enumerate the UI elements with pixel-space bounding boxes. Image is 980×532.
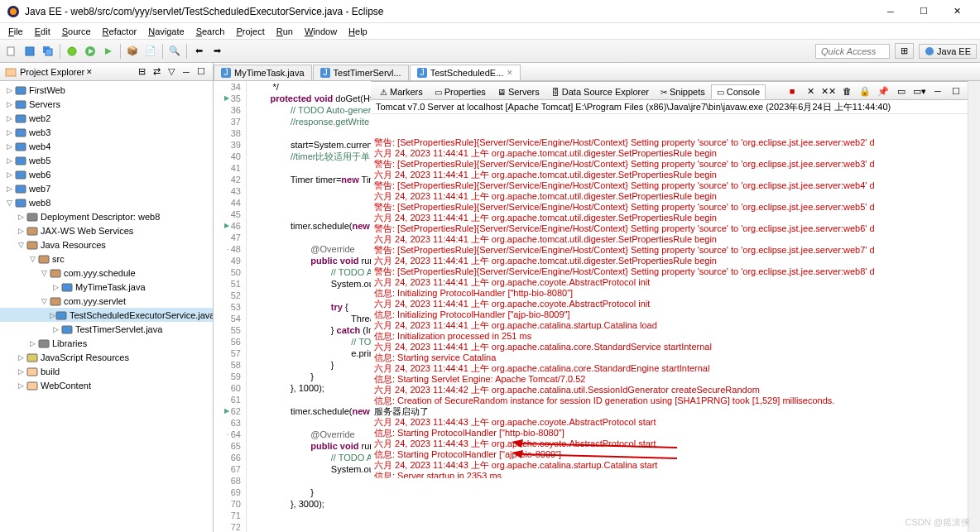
tree-node[interactable]: ▽src	[0, 252, 213, 266]
scroll-lock-button[interactable]: 🔒	[857, 83, 873, 99]
tree-node[interactable]: ▷web2	[0, 111, 213, 125]
link-editor-button[interactable]: ⇄	[150, 65, 163, 79]
run-last-button[interactable]	[100, 43, 117, 60]
svg-rect-18	[16, 171, 26, 179]
tree-label: build	[41, 367, 60, 376]
project-tree[interactable]: ▷FirstWeb▷Servers▷web2▷web3▷web4▷web5▷we…	[0, 81, 213, 532]
minimize-view-button[interactable]: ─	[180, 65, 193, 79]
collapse-all-button[interactable]: ⊟	[135, 65, 148, 79]
svg-rect-22	[27, 228, 37, 235]
menu-window[interactable]: Window	[300, 25, 342, 38]
bottom-tab-snippets[interactable]: ✂Snippets	[655, 84, 711, 99]
tree-node[interactable]: ▷Deployment Descriptor: web8	[0, 209, 213, 223]
svg-rect-27	[50, 298, 60, 305]
titlebar: Java EE - web8/src/com/yyy/servlet/TestS…	[0, 0, 980, 23]
pin-console-button[interactable]: 📌	[875, 83, 891, 99]
tree-node[interactable]: ▷TestScheduledExecutorService.java	[0, 308, 213, 322]
quick-access-input[interactable]	[815, 44, 890, 59]
tree-label: com.yyy.servlet	[64, 296, 126, 306]
svg-rect-31	[27, 354, 37, 362]
tree-node[interactable]: ▷TestTimerServlet.java	[0, 322, 213, 336]
editor-tab[interactable]: JTestScheduledE...✕	[410, 65, 521, 80]
editor-tab[interactable]: JTestTimerServl...	[313, 65, 409, 80]
tree-node[interactable]: ▷build	[0, 364, 213, 378]
menu-navigate[interactable]: Navigate	[143, 25, 189, 38]
new-server-button[interactable]: 📦	[124, 43, 141, 60]
menu-help[interactable]: Help	[343, 25, 372, 38]
forward-button[interactable]: ➡	[209, 43, 225, 60]
line-gutter: 34▶3536373839404142434445▶4647-484950515…	[214, 81, 247, 532]
tree-label: web4	[29, 141, 50, 151]
maximize-view-button[interactable]: ☐	[195, 65, 208, 79]
open-type-button[interactable]: 📄	[142, 43, 159, 60]
console-toolbar: ■ ✕ ✕✕ 🗑 🔒 📌 ▭ ▭▾ ─ ☐	[784, 83, 968, 99]
tree-node[interactable]: ▽Java Resources	[0, 237, 213, 252]
tree-label: TestTimerServlet.java	[75, 324, 162, 334]
remove-launch-button[interactable]: ✕	[802, 83, 819, 99]
bottom-tab-servers[interactable]: 🖥Servers	[492, 84, 545, 99]
minimize-button[interactable]: ─	[874, 0, 907, 23]
menu-run[interactable]: Run	[271, 25, 298, 38]
save-all-button[interactable]	[40, 43, 56, 60]
menu-file[interactable]: File	[3, 25, 28, 38]
bottom-tabs: ⚠Markers▭Properties🖥Servers🗄Data Source …	[371, 82, 968, 100]
editor-tab[interactable]: JMyTimeTask.java	[214, 65, 312, 80]
tree-node[interactable]: ▷web6	[0, 167, 213, 181]
tree-node[interactable]: ▷web5	[0, 153, 213, 167]
tree-node[interactable]: ▽com.yyy.schedule	[0, 266, 213, 280]
new-button[interactable]	[3, 43, 20, 60]
project-explorer-view: Project Explorer ✕ ⊟ ⇄ ▽ ─ ☐ ▷FirstWeb▷S…	[0, 63, 214, 532]
svg-rect-25	[50, 270, 60, 277]
menu-edit[interactable]: Edit	[30, 25, 55, 38]
tree-node[interactable]: ▽web8	[0, 195, 213, 209]
menu-search[interactable]: Search	[191, 25, 230, 38]
max-view-button[interactable]: ☐	[948, 83, 964, 99]
menu-source[interactable]: Source	[57, 25, 96, 38]
back-button[interactable]: ⬅	[190, 43, 207, 60]
tree-node[interactable]: ▷web7	[0, 181, 213, 195]
close-button[interactable]: ✕	[940, 0, 973, 23]
tree-node[interactable]: ▽com.yyy.servlet	[0, 294, 213, 308]
tree-node[interactable]: ▷web4	[0, 139, 213, 153]
tree-label: web6	[29, 170, 50, 180]
menu-project[interactable]: Project	[232, 25, 270, 38]
search-button[interactable]: 🔍	[166, 43, 183, 60]
debug-button[interactable]	[64, 43, 80, 60]
remove-all-button[interactable]: ✕✕	[820, 83, 837, 99]
open-console-button[interactable]: ▭▾	[911, 83, 928, 99]
open-perspective-button[interactable]: ⊞	[895, 43, 914, 59]
svg-rect-13	[16, 101, 26, 108]
tree-node[interactable]: ▷MyTimeTask.java	[0, 280, 213, 294]
svg-rect-19	[16, 185, 26, 193]
svg-text:J: J	[223, 68, 228, 77]
tree-node[interactable]: ▷JAX-WS Web Services	[0, 223, 213, 237]
editor-area: JMyTimeTask.javaJTestTimerServl...JTestS…	[214, 63, 980, 532]
bottom-tab-data-source-explorer[interactable]: 🗄Data Source Explorer	[545, 84, 655, 99]
tree-node[interactable]: ▷Servers	[0, 97, 213, 111]
bottom-tab-markers[interactable]: ⚠Markers	[374, 84, 429, 99]
svg-point-10	[925, 47, 934, 55]
perspective-javaee[interactable]: Java EE	[919, 44, 977, 59]
tree-node[interactable]: ▷FirstWeb	[0, 83, 213, 97]
tree-node[interactable]: ▷WebContent	[0, 378, 213, 392]
terminate-button[interactable]: ■	[784, 83, 800, 99]
bottom-tab-console[interactable]: ▭Console	[711, 84, 766, 99]
menu-refactor[interactable]: Refactor	[98, 25, 142, 38]
clear-console-button[interactable]: 🗑	[838, 83, 855, 99]
code-editor[interactable]: 34▶3536373839404142434445▶4647-484950515…	[214, 81, 968, 532]
save-button[interactable]	[22, 43, 38, 60]
tree-node[interactable]: ▷Libraries	[0, 336, 213, 350]
run-button[interactable]	[82, 43, 98, 60]
svg-rect-15	[16, 129, 26, 137]
bottom-tab-properties[interactable]: ▭Properties	[429, 84, 492, 99]
tree-node[interactable]: ▷JavaScript Resources	[0, 350, 213, 364]
view-menu-button[interactable]: ▽	[165, 65, 178, 79]
vertical-scrollbar[interactable]	[968, 81, 980, 532]
min-view-button[interactable]: ─	[930, 83, 946, 99]
console-output[interactable]: 警告: [SetPropertiesRule]{Server/Service/E…	[371, 114, 968, 478]
maximize-button[interactable]: ☐	[907, 0, 940, 23]
display-console-button[interactable]: ▭	[893, 83, 910, 99]
tree-label: web8	[29, 198, 50, 208]
main-toolbar: 📦 📄 🔍 ⬅ ➡ ⊞ Java EE	[0, 40, 980, 63]
tree-node[interactable]: ▷web3	[0, 125, 213, 139]
